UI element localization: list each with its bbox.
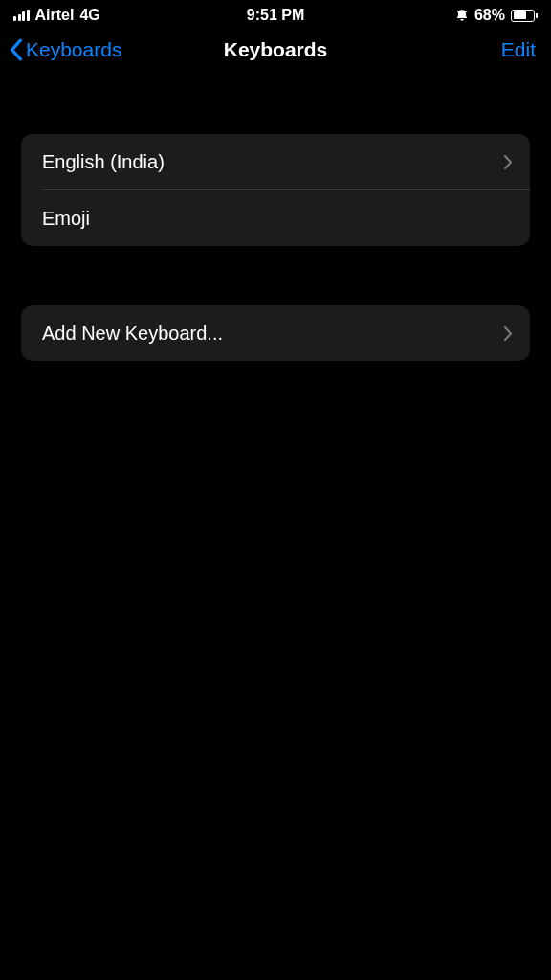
keyboard-row-english[interactable]: English (India) xyxy=(21,134,530,189)
status-time: 9:51 PM xyxy=(247,7,304,24)
add-keyboard-group: Add New Keyboard... xyxy=(21,305,530,361)
chevron-right-icon xyxy=(503,325,513,342)
keyboard-label: Emoji xyxy=(42,208,90,230)
battery-percent: 68% xyxy=(474,7,505,24)
chevron-left-icon xyxy=(10,38,23,61)
battery-icon xyxy=(511,10,538,22)
chevron-right-icon xyxy=(503,154,513,170)
keyboard-label: English (India) xyxy=(42,151,165,173)
status-right: 68% xyxy=(455,7,538,24)
add-keyboard-button[interactable]: Add New Keyboard... xyxy=(21,305,530,361)
nav-bar: Keyboards Keyboards Edit xyxy=(0,29,551,75)
edit-button[interactable]: Edit xyxy=(501,38,536,61)
network-label: 4G xyxy=(79,7,99,24)
content-area: English (India) Emoji Add New Keyboard..… xyxy=(0,75,551,361)
status-bar: Airtel 4G 9:51 PM 68% xyxy=(0,0,551,29)
carrier-label: Airtel xyxy=(35,7,75,24)
page-title: Keyboards xyxy=(224,38,328,61)
alarm-icon xyxy=(455,9,469,22)
status-left: Airtel 4G xyxy=(13,7,100,24)
back-label: Keyboards xyxy=(26,38,121,61)
keyboard-row-emoji[interactable]: Emoji xyxy=(21,190,530,246)
add-keyboard-label: Add New Keyboard... xyxy=(42,323,223,345)
keyboard-list-group: English (India) Emoji xyxy=(21,134,530,246)
signal-icon xyxy=(13,10,30,21)
back-button[interactable]: Keyboards xyxy=(10,38,121,61)
